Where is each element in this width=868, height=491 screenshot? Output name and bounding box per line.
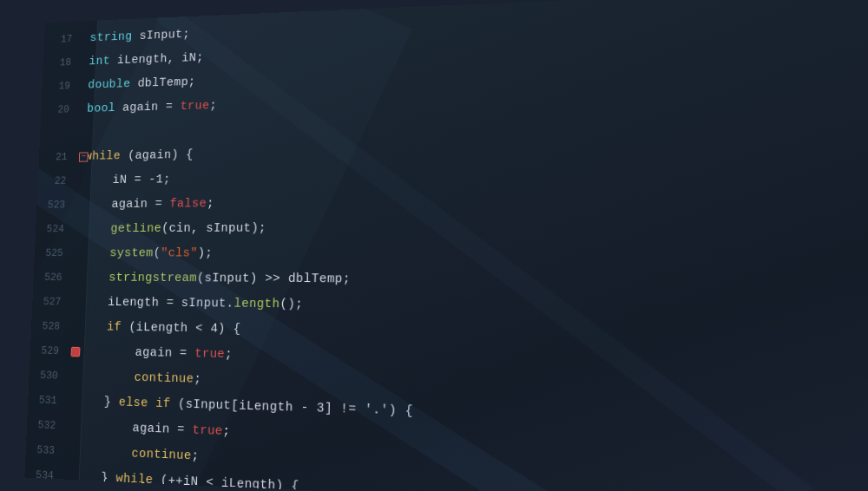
line-number: 526 [33, 265, 73, 290]
line-number: 21 [38, 145, 78, 169]
token-plain: again = [82, 197, 169, 212]
token-fn: length [233, 297, 279, 311]
token-plain: (sInput[iLength - 3] != '.') { [170, 396, 413, 418]
line-number: 523 [36, 193, 76, 218]
line-number: 20 [41, 98, 80, 122]
line-number: 524 [36, 217, 76, 241]
token-fn: getline [82, 222, 161, 236]
token-str: "cls" [161, 246, 198, 260]
line-number: 22 [37, 169, 77, 193]
line-number: 527 [32, 290, 72, 315]
line-content: double dblTemp; [80, 70, 196, 98]
token-kw-val: true [194, 347, 225, 362]
token-fn: system [81, 246, 154, 260]
token-plain: sInput; [132, 28, 190, 43]
code-line: 524 getline(cin, sInput); [36, 213, 868, 241]
token-kw-type: double [88, 77, 131, 92]
code-area: 17string sInput;18int iLength, iN;19doub… [24, 0, 868, 491]
token-plain: (iLength < 4) { [122, 320, 241, 337]
token-kw-ctrl: while [115, 471, 153, 488]
token-plain: (); [279, 297, 303, 311]
token-plain: ; [222, 424, 230, 439]
code-editor: 17string sInput;18int iLength, iN;19doub… [24, 0, 868, 491]
token-kw-ctrl: else if [118, 396, 170, 411]
token-kw-ctrl: continue [76, 370, 194, 387]
line-content: continue; [68, 364, 201, 393]
line-number: 18 [43, 50, 82, 75]
line-content: again = false; [75, 192, 214, 217]
line-content: again = true; [69, 339, 233, 368]
line-number: 529 [30, 338, 69, 363]
token-plain: ; [194, 372, 201, 387]
line-content: iLength = sInput.length(); [71, 291, 304, 318]
line-number: 19 [42, 74, 81, 98]
token-plain: } [72, 469, 116, 486]
token-plain: again = [76, 344, 194, 361]
token-plain: again = [115, 100, 181, 115]
token-kw-val: true [192, 423, 223, 439]
line-number: 17 [43, 27, 82, 52]
line-number: 532 [26, 413, 67, 439]
token-plain: dblTemp; [130, 75, 196, 91]
token-kw-val: true [180, 99, 209, 114]
line-number: 530 [29, 363, 69, 390]
token-plain: ; [207, 197, 214, 211]
line-content: system("cls"); [73, 241, 213, 266]
token-kw-ctrl: if [78, 320, 122, 335]
token-plain: ; [225, 347, 233, 362]
token-plain: again = [74, 419, 193, 437]
breakpoint-indicator[interactable] [71, 347, 81, 357]
token-plain: (again) { [121, 147, 194, 162]
token-plain: (++iN < iLength) { [153, 473, 299, 491]
token-kw-ctrl: while [85, 149, 122, 163]
token-fn: stringstream [80, 271, 197, 285]
token-kw-ctrl: continue [73, 444, 192, 463]
line-number [41, 121, 79, 122]
token-plain: ; [191, 448, 199, 463]
line-content: bool again = true; [79, 94, 217, 121]
token-plain: iLength, iN; [110, 51, 204, 68]
line-number: 531 [28, 388, 69, 414]
line-content: while (again) { [77, 143, 194, 169]
line-number: 528 [31, 314, 71, 339]
line-number: 533 [25, 437, 66, 464]
line-content: if (iLength < 4) { [70, 315, 241, 343]
token-plain: ; [209, 99, 217, 113]
token-plain: iN = -1; [84, 173, 171, 187]
line-content: stringstream(sInput) >> dblTemp; [72, 265, 351, 292]
token-plain: (cin, sInput); [161, 221, 266, 236]
token-kw-type: bool [87, 101, 115, 115]
token-plain: iLength = sInput. [79, 295, 234, 311]
line-number: 534 [24, 462, 64, 489]
line-number: 535 [24, 488, 63, 491]
token-plain: } [75, 394, 119, 409]
token-kw-type: int [89, 55, 110, 69]
token-kw-val: false [169, 197, 207, 211]
line-number: 525 [34, 241, 74, 265]
token-plain: (sInput) >> dblTemp; [197, 272, 351, 287]
line-content: iN = -1; [76, 167, 171, 193]
token-plain: ); [198, 246, 214, 260]
code-line: 525 system("cls"); [34, 241, 868, 269]
fold-icon[interactable]: − [79, 152, 89, 161]
line-content: getline(cin, sInput); [74, 216, 266, 241]
token-kw-type: string [89, 29, 132, 44]
